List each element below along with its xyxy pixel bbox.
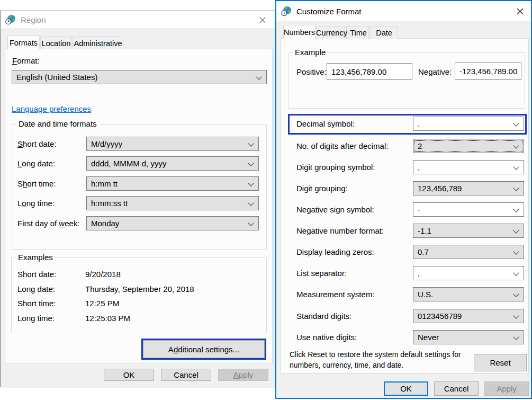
tab-administrative[interactable]: Administrative [73,37,123,49]
standard-digits-label: Standard digits: [296,309,351,323]
chevron-down-icon [513,120,519,126]
window-title: Customize Format [296,7,362,16]
chevron-down-icon [513,185,519,191]
chevron-down-icon [513,143,519,148]
window-title: Region [21,15,46,24]
ok-button[interactable]: OK [384,381,428,396]
group-title: Example [293,48,328,57]
short-date-combobox[interactable]: M/d/yyyy [86,137,259,151]
example-short-time-label: Short time: [17,299,56,308]
tab-numbers[interactable]: Numbers [283,25,315,39]
example-group: Example [288,52,525,109]
digit-grouping-symbol-combobox[interactable]: , [413,160,524,174]
apply-button[interactable]: Apply [484,381,529,396]
example-short-date-value: 9/20/2018 [85,270,121,279]
reset-description: Click Reset to restore the system defaul… [290,350,476,370]
list-separator-combobox[interactable]: , [413,266,524,280]
customize-titlebar[interactable]: Customize Format [276,1,531,21]
decimal-symbol-combobox[interactable]: . [413,117,524,131]
long-time-label: Long time: [17,196,55,210]
tab-date[interactable]: Date [370,26,398,39]
group-title: Date and time formats [16,119,99,128]
list-separator-label: List separator: [296,266,347,280]
tab-formats[interactable]: Formats [7,35,40,49]
chevron-down-icon [248,220,254,226]
digit-grouping-label: Digit grouping: [296,181,348,195]
first-day-of-week-label: First day of week: [17,216,80,230]
standard-digits-combobox[interactable]: 0123456789 [413,309,524,323]
cancel-button[interactable]: Cancel [161,369,211,381]
measurement-system-label: Measurement system: [296,287,375,301]
additional-settings-highlight: Additional settings... [141,339,266,360]
chevron-down-icon [248,140,254,146]
digits-after-decimal-combobox[interactable]: 2 [413,139,524,153]
short-time-combobox[interactable]: h:mm tt [86,176,259,191]
language-preferences-link[interactable]: Language preferences [12,104,91,113]
digit-grouping-combobox[interactable]: 123,456,789 [413,181,524,195]
digits-after-decimal-label: No. of digits after decimal: [296,139,388,153]
customize-format-dialog: Customize Format Numbers Currency Time D… [275,0,532,399]
example-long-date-label: Long date: [17,285,55,294]
chevron-down-icon [513,248,519,254]
positive-label: Positive: [296,67,327,76]
short-date-label: Short date: [17,137,56,151]
region-dialog: Region Formats Location Administrative F… [0,11,275,387]
close-icon[interactable] [254,13,272,27]
short-time-label: Short time: [17,176,56,191]
reset-button[interactable]: Reset [474,354,527,371]
negative-number-format-label: Negative number format: [296,224,384,238]
long-date-label: Long date: [17,156,55,171]
negative-sign-symbol-combobox[interactable]: - [413,202,524,217]
globe-clock-icon [281,6,292,16]
region-titlebar[interactable]: Region [1,11,275,28]
apply-button[interactable]: Apply [218,369,268,381]
tab-currency[interactable]: Currency [317,26,347,39]
chevron-down-icon [513,334,519,340]
negative-label: Negative: [418,67,452,76]
chevron-down-icon [248,160,254,166]
negative-example-field[interactable]: -123,456,789.00 [455,63,521,80]
chevron-down-icon [248,200,254,206]
chevron-down-icon [513,164,519,170]
display-leading-zeros-label: Display leading zeros: [296,245,374,259]
use-native-digits-label: Use native digits: [296,330,357,344]
chevron-down-icon [513,206,519,212]
digit-grouping-symbol-label: Digit grouping symbol: [296,160,375,174]
decimal-symbol-label: Decimal symbol: [296,117,355,131]
example-short-time-value: 12:25 PM [85,299,119,308]
chevron-down-icon [248,180,254,186]
group-title: Examples [16,253,55,262]
cancel-button[interactable]: Cancel [434,381,479,396]
additional-settings-button[interactable]: Additional settings... [143,340,265,358]
positive-example-field[interactable]: 123,456,789.00 [327,63,412,80]
example-short-date-label: Short date: [17,270,56,279]
negative-sign-symbol-label: Negative sign symbol: [296,202,374,217]
long-time-combobox[interactable]: h:mm:ss tt [86,196,259,210]
ok-button[interactable]: OK [104,369,154,381]
example-long-date-value: Thursday, September 20, 2018 [85,285,194,294]
measurement-system-combobox[interactable]: U.S. [413,287,524,301]
first-day-of-week-combobox[interactable]: Monday [86,216,259,230]
chevron-down-icon [513,227,519,233]
example-long-time-value: 12:25:03 PM [85,314,130,323]
chevron-down-icon [513,291,519,297]
desktop: Region Formats Location Administrative F… [0,0,532,400]
chevron-down-icon [513,313,519,318]
use-native-digits-combobox[interactable]: Never [413,330,524,344]
chevron-down-icon [256,74,262,79]
example-long-time-label: Long time: [17,314,55,323]
long-date-combobox[interactable]: dddd, MMMM d, yyyy [86,156,259,171]
tab-location[interactable]: Location [40,37,72,49]
globe-clock-icon [5,14,16,25]
negative-number-format-combobox[interactable]: -1.1 [413,224,524,238]
format-label: Format: [12,56,40,65]
format-combobox[interactable]: English (United States) [12,70,267,84]
close-icon[interactable] [511,4,529,18]
display-leading-zeros-combobox[interactable]: 0.7 [413,245,524,259]
chevron-down-icon [513,270,519,275]
tab-time[interactable]: Time [348,26,369,39]
